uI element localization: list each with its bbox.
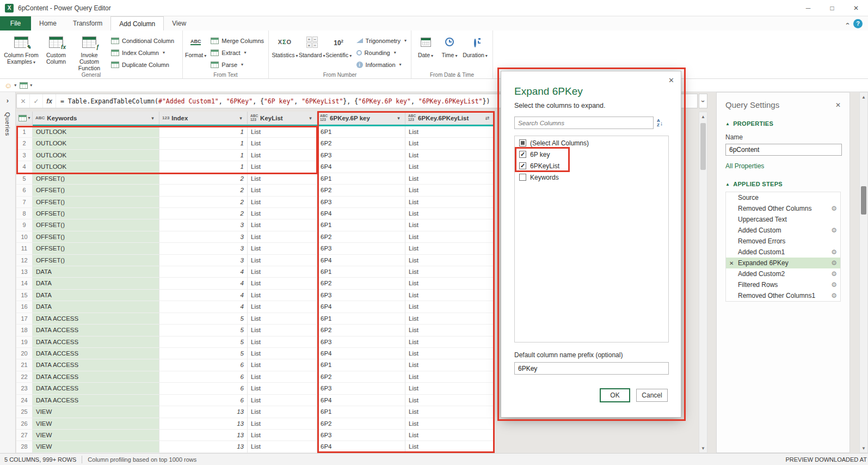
cell-index[interactable]: 4 <box>159 278 248 289</box>
cell-index[interactable]: 5 <box>159 325 248 336</box>
cell-keylist[interactable]: List <box>248 219 317 231</box>
cell-keylist[interactable]: List <box>248 197 317 208</box>
row-number[interactable]: 21 <box>16 359 33 371</box>
parse-button[interactable]: Parse▾ <box>208 59 266 70</box>
filter-dropdown-icon[interactable]: ▾ <box>395 115 402 121</box>
cell-keywords[interactable]: OFFSET() <box>33 231 159 243</box>
search-columns-input[interactable] <box>514 117 654 129</box>
cell-index[interactable]: 4 <box>159 301 248 313</box>
row-number[interactable]: 7 <box>16 197 33 208</box>
cell-keylist2[interactable]: List <box>405 325 494 336</box>
row-number[interactable]: 22 <box>16 371 33 383</box>
merge-columns-button[interactable]: Merge Columns <box>208 35 266 46</box>
cell-keywords[interactable]: DATA ACCESS <box>33 313 159 325</box>
cell-keylist2[interactable]: List <box>405 208 494 219</box>
cell-index[interactable]: 1 <box>159 126 248 138</box>
step-settings-gear-icon[interactable]: ⚙ <box>831 292 837 299</box>
cell-key[interactable]: 6P4 <box>317 161 405 173</box>
feedback-smiley-button[interactable]: ☺▾ <box>4 81 16 90</box>
cell-key[interactable]: 6P2 <box>317 325 405 336</box>
cell-index[interactable]: 2 <box>159 197 248 208</box>
cell-keylist[interactable]: List <box>248 359 317 371</box>
grid-scrollbar-thumb[interactable] <box>700 123 706 170</box>
query-name-input[interactable] <box>725 144 842 156</box>
cell-index[interactable]: 4 <box>159 266 248 278</box>
cell-keylist[interactable]: List <box>248 161 317 173</box>
cell-keylist2[interactable]: List <box>405 278 494 289</box>
invoke-custom-function-button[interactable]: ƒ Invoke Custom Function <box>72 32 107 71</box>
cell-keywords[interactable]: DATA ACCESS <box>33 325 159 336</box>
delete-step-icon[interactable]: ✕ <box>729 260 737 266</box>
prefix-input[interactable] <box>514 362 669 375</box>
cell-keywords[interactable]: OFFSET() <box>33 219 159 231</box>
filter-dropdown-icon[interactable]: ▾ <box>237 115 244 121</box>
cell-key[interactable]: 6P2 <box>317 371 405 383</box>
cell-keywords[interactable]: DATA ACCESS <box>33 383 159 394</box>
row-number[interactable]: 23 <box>16 383 33 394</box>
cell-key[interactable]: 6P1 <box>317 266 405 278</box>
cell-index[interactable]: 1 <box>159 150 248 161</box>
column-type-icon[interactable]: 123 <box>162 116 169 120</box>
row-number[interactable]: 2 <box>16 138 33 149</box>
cell-keylist[interactable]: List <box>248 126 317 138</box>
cell-keylist2[interactable]: List <box>405 150 494 161</box>
cell-key[interactable]: 6P4 <box>317 208 405 219</box>
column-type-icon[interactable]: ABC <box>35 116 45 120</box>
time-button[interactable]: Time▾ <box>438 32 461 71</box>
cell-key[interactable]: 6P2 <box>317 278 405 289</box>
cancel-formula-icon[interactable]: ✕ <box>17 94 30 108</box>
cell-keylist[interactable]: List <box>248 336 317 348</box>
cell-keylist[interactable]: List <box>248 243 317 254</box>
statistics-button[interactable]: XΣO Statistics▾ <box>271 32 299 71</box>
cell-key[interactable]: 6P1 <box>317 126 405 138</box>
cell-key[interactable]: 6P4 <box>317 301 405 313</box>
tab-add-column[interactable]: Add Column <box>110 16 164 30</box>
column-option[interactable]: 6PKeyList <box>515 160 668 172</box>
help-icon[interactable]: ? <box>853 19 863 28</box>
cell-keylist[interactable]: List <box>248 255 317 266</box>
rounding-button[interactable]: Rounding▾ <box>354 47 409 58</box>
cell-key[interactable]: 6P3 <box>317 290 405 301</box>
cell-keylist2[interactable]: List <box>405 231 494 243</box>
cell-keywords[interactable]: OFFSET() <box>33 243 159 254</box>
expand-queries-icon[interactable]: › <box>7 96 9 105</box>
window-vertical-scrollbar[interactable]: ▲ ▼ <box>859 92 868 453</box>
collapse-ribbon-icon[interactable]: › <box>842 22 851 25</box>
applied-step-Added Custom[interactable]: Added Custom⚙ <box>726 225 840 236</box>
cell-keylist[interactable]: List <box>248 406 317 418</box>
cell-keylist[interactable]: List <box>248 418 317 430</box>
cell-keywords[interactable]: DATA ACCESS <box>33 348 159 359</box>
information-button[interactable]: i Information▾ <box>354 59 409 70</box>
cell-keylist2[interactable]: List <box>405 406 494 418</box>
cell-index[interactable]: 3 <box>159 243 248 254</box>
cell-key[interactable]: 6P4 <box>317 255 405 266</box>
row-number[interactable]: 18 <box>16 325 33 336</box>
status-profiling[interactable]: Column profiling based on top 1000 rows <box>88 456 196 463</box>
column-option[interactable]: Keywords <box>515 172 668 183</box>
column-header-Keywords[interactable]: ABCKeywords▾ <box>33 112 159 125</box>
column-header-6PKey.6PKeyList[interactable]: ABC1236PKey.6PKeyList⇄ <box>405 112 494 125</box>
row-number[interactable]: 17 <box>16 313 33 325</box>
cell-index[interactable]: 1 <box>159 138 248 149</box>
cell-index[interactable]: 2 <box>159 173 248 185</box>
index-column-button[interactable]: Index Column▾ <box>109 47 176 58</box>
cell-keywords[interactable]: DATA ACCESS <box>33 371 159 383</box>
cell-index[interactable]: 2 <box>159 185 248 196</box>
scroll-down-icon[interactable]: ▼ <box>699 444 707 452</box>
cell-key[interactable]: 6P1 <box>317 173 405 185</box>
row-number[interactable]: 20 <box>16 348 33 359</box>
row-number[interactable]: 16 <box>16 301 33 313</box>
row-number[interactable]: 9 <box>16 219 33 231</box>
cell-keylist2[interactable]: List <box>405 348 494 359</box>
cell-keywords[interactable]: VIEW <box>33 418 159 430</box>
row-number[interactable]: 13 <box>16 266 33 278</box>
row-number[interactable]: 5 <box>16 173 33 185</box>
commit-formula-icon[interactable]: ✓ <box>30 94 43 108</box>
cell-keylist[interactable]: List <box>248 150 317 161</box>
cell-keylist[interactable]: List <box>248 173 317 185</box>
refresh-preview-button[interactable]: ▾ <box>20 82 32 89</box>
cell-keylist[interactable]: List <box>248 395 317 406</box>
dialog-close-icon[interactable]: ✕ <box>668 76 674 84</box>
cell-key[interactable]: 6P2 <box>317 138 405 149</box>
cell-keylist2[interactable]: List <box>405 173 494 185</box>
